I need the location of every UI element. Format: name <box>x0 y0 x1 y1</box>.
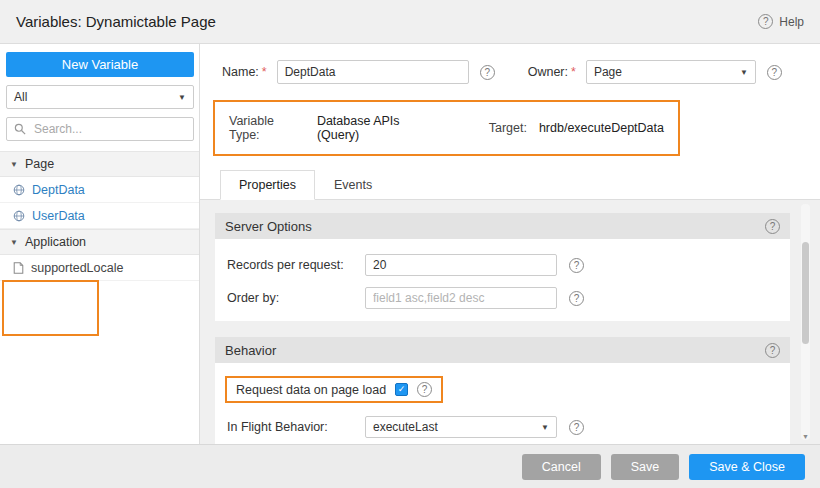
tree-item-deptdata[interactable]: DeptData <box>0 177 199 203</box>
annotation-box-variables <box>2 280 99 336</box>
variable-type-label: Variable Type: <box>229 114 305 142</box>
cancel-button[interactable]: Cancel <box>522 454 601 480</box>
records-help-icon[interactable]: ? <box>569 258 584 273</box>
records-per-request-input[interactable] <box>365 254 557 276</box>
tree-item-label: UserData <box>32 209 85 223</box>
page-title: Variables: Dynamictable Page <box>16 13 216 30</box>
save-close-button[interactable]: Save & Close <box>689 454 805 480</box>
server-options-body: Records per request: ? Order by: ? <box>215 239 790 321</box>
inflight-help-icon[interactable]: ? <box>569 420 584 435</box>
variables-tree: ▼ Page DeptData UserData ▼ Application <box>0 151 199 281</box>
behavior-header: Behavior ? <box>215 337 790 363</box>
scroll-down-icon[interactable]: ▼ <box>801 433 810 440</box>
order-by-help-icon[interactable]: ? <box>569 291 584 306</box>
caret-down-icon: ▼ <box>10 238 18 247</box>
variables-sidebar: New Variable All ▼ ▼ Page DeptData <box>0 44 200 444</box>
search-icon <box>14 123 26 135</box>
request-data-help-icon[interactable]: ? <box>417 382 432 397</box>
order-by-label: Order by: <box>227 291 365 305</box>
tree-item-supportedlocale[interactable]: supportedLocale <box>0 255 199 281</box>
name-help-icon[interactable]: ? <box>480 65 495 80</box>
owner-help-icon[interactable]: ? <box>767 65 782 80</box>
filter-select[interactable]: All ▼ <box>6 85 194 109</box>
tree-item-label: supportedLocale <box>31 261 123 275</box>
search-input[interactable] <box>32 121 186 137</box>
annotation-box-request-data: Request data on page load ✓ ? <box>225 376 443 403</box>
variable-type-value: Database APIs (Query) <box>317 114 441 142</box>
filter-select-value: All <box>14 90 27 104</box>
request-data-checkbox[interactable]: ✓ <box>395 383 408 396</box>
owner-select[interactable]: Page ▼ <box>586 60 756 84</box>
tree-item-userdata[interactable]: UserData <box>0 203 199 229</box>
service-variable-icon <box>13 210 25 222</box>
target-pair: Target: hrdb/executeDeptData <box>489 121 664 135</box>
records-per-request-row: Records per request: ? <box>227 254 780 276</box>
request-data-label: Request data on page load <box>236 383 386 397</box>
order-by-row: Order by: ? <box>227 287 780 309</box>
help-button[interactable]: ? Help <box>758 14 804 29</box>
service-variable-icon <box>13 184 25 196</box>
behavior-body: Request data on page load ✓ ? In Flight … <box>215 363 790 444</box>
server-options-help-icon[interactable]: ? <box>765 219 780 234</box>
tree-item-label: DeptData <box>32 183 85 197</box>
annotation-box-variable-type: Variable Type: Database APIs (Query) Tar… <box>213 100 680 156</box>
target-value: hrdb/executeDeptData <box>539 121 664 135</box>
caret-down-icon: ▼ <box>10 160 18 169</box>
variable-detail-panel: Name:* ? Owner:* Page ▼ ? Variable Type:… <box>200 44 820 444</box>
help-icon: ? <box>758 14 773 29</box>
behavior-help-icon[interactable]: ? <box>765 343 780 358</box>
name-label: Name: <box>222 65 259 79</box>
dialog-footer: Cancel Save Save & Close <box>0 444 820 488</box>
required-asterisk: * <box>571 65 576 79</box>
tab-properties[interactable]: Properties <box>220 170 315 200</box>
tab-events[interactable]: Events <box>315 170 391 200</box>
name-owner-row: Name:* ? Owner:* Page ▼ ? <box>222 60 800 84</box>
tree-section-label: Page <box>25 157 54 171</box>
chevron-down-icon: ▼ <box>541 423 549 432</box>
chevron-down-icon: ▼ <box>178 93 186 102</box>
inflight-label: In Flight Behavior: <box>227 420 365 434</box>
vertical-scrollbar: ▼ <box>801 204 810 440</box>
tree-section-application[interactable]: ▼ Application <box>0 229 199 255</box>
help-label: Help <box>779 15 804 29</box>
server-options-header: Server Options ? <box>215 213 790 239</box>
dialog-header: Variables: Dynamictable Page ? Help <box>0 0 820 44</box>
inflight-select-value: executeLast <box>373 420 438 434</box>
variable-form: Name:* ? Owner:* Page ▼ ? Variable Type:… <box>200 44 820 156</box>
properties-panel: Server Options ? Records per request: ? … <box>200 200 820 444</box>
inflight-select[interactable]: executeLast ▼ <box>365 416 557 438</box>
order-by-input[interactable] <box>365 287 557 309</box>
inflight-behavior-row: In Flight Behavior: executeLast ▼ ? <box>227 416 780 438</box>
records-label: Records per request: <box>227 258 365 272</box>
tree-section-label: Application <box>25 235 86 249</box>
tree-section-page[interactable]: ▼ Page <box>0 151 199 177</box>
behavior-title: Behavior <box>225 343 276 358</box>
chevron-down-icon: ▼ <box>740 68 748 77</box>
server-options-title: Server Options <box>225 219 312 234</box>
tab-bar: Properties Events <box>200 170 820 200</box>
search-box <box>6 117 194 141</box>
locale-variable-icon <box>13 262 24 274</box>
owner-select-value: Page <box>594 65 622 79</box>
new-variable-button[interactable]: New Variable <box>6 52 194 77</box>
target-label: Target: <box>489 121 527 135</box>
variable-type-pair: Variable Type: Database APIs (Query) <box>229 114 441 142</box>
owner-label: Owner: <box>528 65 568 79</box>
save-button[interactable]: Save <box>611 454 680 480</box>
scrollbar-thumb[interactable] <box>802 242 809 344</box>
required-asterisk: * <box>262 65 267 79</box>
name-input[interactable] <box>277 60 469 84</box>
